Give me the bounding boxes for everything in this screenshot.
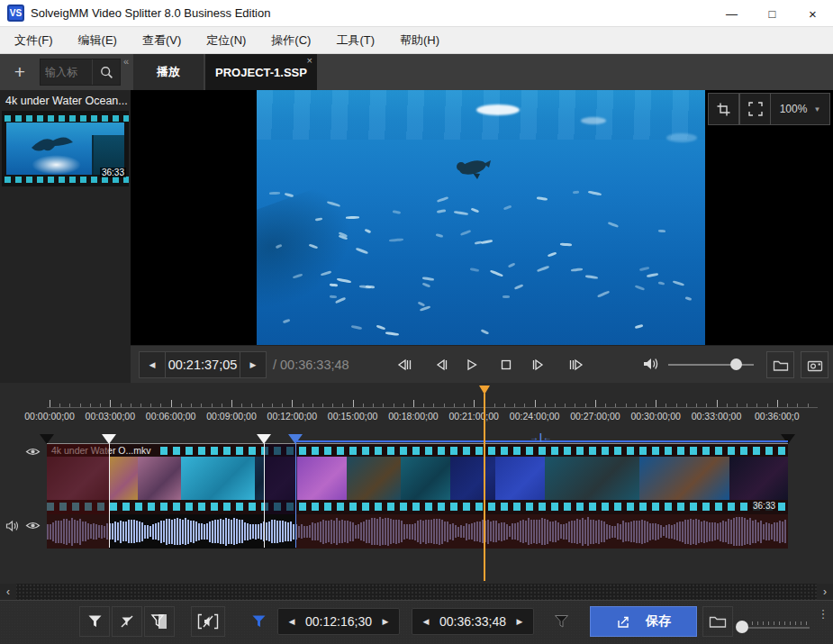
add-marker-button[interactable] [79, 606, 110, 637]
menu-item-help[interactable]: 帮助(H) [387, 28, 452, 53]
fish [585, 275, 598, 279]
ruler-tick [474, 400, 475, 407]
fullscreen-button[interactable] [739, 93, 771, 125]
close-button[interactable]: × [792, 0, 833, 27]
play-button[interactable] [459, 353, 484, 376]
video-frame[interactable] [257, 90, 705, 345]
save-button[interactable]: 保存 [590, 606, 697, 637]
stop-button[interactable] [493, 353, 519, 376]
tab-project[interactable]: PROJECT-1.SSP × [205, 54, 317, 90]
ruler-baseline [47, 407, 818, 408]
goto-marker-button[interactable] [243, 606, 274, 637]
keyframe-forward-button[interactable] [564, 353, 589, 376]
cut-line[interactable] [109, 443, 110, 548]
search-input[interactable] [41, 59, 92, 85]
funnel-fragment-icon [149, 612, 169, 630]
waveform-bar [171, 520, 173, 544]
menu-item-operations[interactable]: 操作(C) [258, 28, 323, 53]
audio-track[interactable] [47, 514, 788, 549]
fish [365, 229, 371, 233]
ruler-tick [565, 404, 566, 407]
menu-item-edit[interactable]: 编辑(E) [66, 28, 130, 53]
filmstrip-segment [729, 457, 788, 500]
add-media-button[interactable]: + [5, 58, 34, 86]
waveform-bar [133, 520, 135, 543]
collapse-panel-icon[interactable]: « [123, 56, 129, 67]
ruler-tick [90, 404, 91, 407]
ruler-tick [575, 404, 575, 407]
volume-icon[interactable] [642, 356, 660, 372]
fish [385, 331, 399, 336]
invert-fragments-button[interactable] [144, 606, 175, 637]
menu-item-file[interactable]: 文件(F) [2, 28, 66, 53]
snapshot-button[interactable] [801, 351, 828, 378]
begin-time-field[interactable]: ◀ 00:12:16;30 ▶ [277, 608, 400, 635]
cut-line[interactable] [264, 443, 265, 548]
keyframe-back-icon [395, 358, 412, 372]
zoom-level-dropdown[interactable]: 100% ▼ [771, 93, 830, 125]
menu-item-seek[interactable]: 定位(N) [194, 28, 258, 53]
speaker-icon [5, 520, 20, 532]
crop-button[interactable] [708, 93, 739, 125]
zoom-slider-track[interactable] [738, 627, 810, 629]
video-track[interactable]: 4k under Water O...mkv 36:33 [47, 444, 788, 514]
time-back-button[interactable]: ◀ [140, 352, 165, 377]
time-forward-button[interactable]: ▶ [240, 352, 266, 377]
fragment-filter-button[interactable] [546, 606, 576, 637]
ruler-tick-label: 00:18:00;00 [382, 411, 445, 422]
ruler-tick [222, 404, 222, 407]
app-logo-icon: VS [7, 5, 24, 22]
ruler-tick [696, 404, 697, 407]
end-time-forward-button[interactable]: ▶ [506, 617, 533, 626]
timeline-zoom-slider[interactable] [734, 606, 813, 637]
waveform-bar [293, 524, 294, 540]
maximize-button[interactable]: □ [752, 0, 792, 27]
more-options-button[interactable]: ⋮ [816, 610, 830, 635]
timeline-scrollbar[interactable]: ‹ › [0, 584, 833, 600]
fish [330, 295, 337, 298]
frame-back-button[interactable] [428, 353, 453, 376]
menu-item-view[interactable]: 查看(V) [130, 28, 194, 53]
end-time-back-button[interactable]: ◀ [412, 617, 439, 626]
mute-fragment-button[interactable] [191, 606, 225, 637]
keyframe-back-button[interactable] [391, 353, 416, 376]
remove-marker-button[interactable] [112, 606, 142, 637]
fish [471, 207, 479, 213]
waveform-bar [185, 518, 186, 545]
frame-forward-button[interactable] [526, 353, 551, 376]
video-track-visibility-toggle[interactable] [25, 446, 41, 458]
current-time-display[interactable]: 00:21:37;05 [165, 352, 240, 377]
fish [537, 266, 549, 272]
ruler-tick [494, 404, 495, 407]
menu-item-tools[interactable]: 工具(T) [323, 28, 387, 53]
output-folder-button[interactable] [702, 606, 733, 637]
ruler-tick-label: 00:24:00;00 [503, 411, 566, 422]
minimize-button[interactable]: — [711, 0, 752, 27]
begin-time-forward-button[interactable]: ▶ [372, 617, 399, 626]
scroll-right-button[interactable]: › [817, 584, 833, 600]
media-item-thumbnail[interactable]: 36:33 [2, 111, 129, 186]
folder-icon [773, 358, 789, 372]
timeline-clip[interactable]: 4k under Water O...mkv 36:33 [47, 443, 788, 548]
zoom-slider-knob[interactable] [736, 621, 748, 633]
end-time-field[interactable]: ◀ 00:36:33;48 ▶ [412, 608, 534, 635]
trim-indicator-icon: →|← [530, 432, 553, 442]
ruler-tick-label: 00:12:00;00 [260, 411, 323, 422]
ruler-tick [797, 404, 798, 407]
ruler-tick [737, 404, 738, 407]
volume-slider-knob[interactable] [730, 358, 742, 370]
begin-time-back-button[interactable]: ◀ [278, 617, 305, 626]
ruler-tick [545, 404, 546, 407]
waveform-bar [158, 522, 159, 540]
waveform-bar [160, 521, 162, 543]
cut-line[interactable] [295, 443, 296, 548]
scroll-left-button[interactable]: ‹ [0, 584, 16, 600]
playhead-line[interactable] [484, 394, 485, 581]
tab-close-icon[interactable]: × [307, 55, 312, 66]
audio-track-mute-toggle[interactable] [5, 520, 20, 532]
video-preview-area: 100% ▼ [131, 90, 833, 345]
audio-track-visibility-toggle[interactable] [25, 520, 41, 531]
search-button[interactable] [92, 59, 120, 85]
tab-play[interactable]: 播放 [133, 54, 204, 90]
open-folder-button[interactable] [766, 351, 794, 378]
